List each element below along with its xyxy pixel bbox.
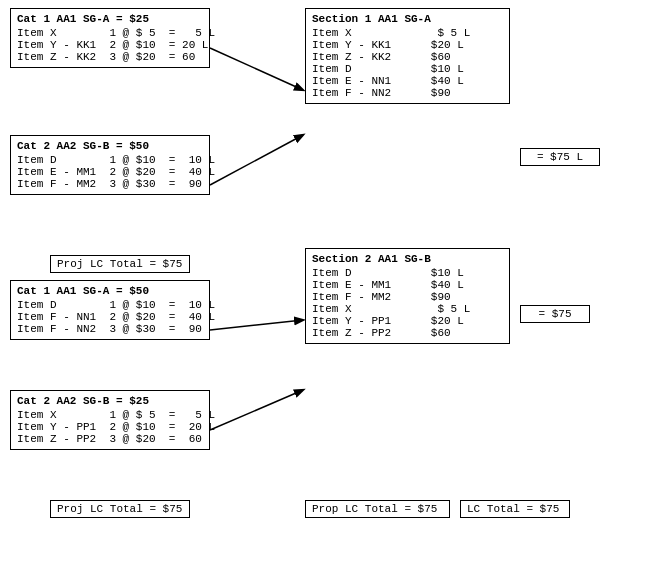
diagram: Cat 1 AA1 SG-A = $25 Item X 1 @ $ 5 = 5 … <box>0 0 663 573</box>
right-box-1-row-4: Item D $10 L <box>312 63 503 75</box>
left-box-2-row-1: Item D 1 @ $10 = 10 L <box>17 154 203 166</box>
left-box-4-row-3: Item Z - PP2 3 @ $20 = 60 <box>17 433 203 445</box>
right-box-1-row-1: Item X $ 5 L <box>312 27 503 39</box>
left-box-4-title: Cat 2 AA2 SG-B = $25 <box>17 395 203 407</box>
left-box-2-row-2: Item E - MM1 2 @ $20 = 40 L <box>17 166 203 178</box>
right-box-1: Section 1 AA1 SG-A Item X $ 5 L Item Y -… <box>305 8 510 104</box>
right-box-2: Section 2 AA1 SG-B Item D $10 L Item E -… <box>305 248 510 344</box>
right-box-1-row-6: Item F - NN2 $90 <box>312 87 503 99</box>
right-box-1-row-3: Item Z - KK2 $60 <box>312 51 503 63</box>
label-right2: = $75 <box>520 305 590 323</box>
left-box-1-title: Cat 1 AA1 SG-A = $25 <box>17 13 203 25</box>
label-right1: = $75 L <box>520 148 600 166</box>
left-box-4-row-2: Item Y - PP1 2 @ $10 = 20 L <box>17 421 203 433</box>
left-box-2: Cat 2 AA2 SG-B = $50 Item D 1 @ $10 = 10… <box>10 135 210 195</box>
right-box-2-row-5: Item Y - PP1 $20 L <box>312 315 503 327</box>
left-box-1: Cat 1 AA1 SG-A = $25 Item X 1 @ $ 5 = 5 … <box>10 8 210 68</box>
right-box-2-row-4: Item X $ 5 L <box>312 303 503 315</box>
right-box-2-row-6: Item Z - PP2 $60 <box>312 327 503 339</box>
prop-total-right: Prop LC Total = $75 <box>305 500 450 518</box>
left-box-2-title: Cat 2 AA2 SG-B = $50 <box>17 140 203 152</box>
left-box-3-row-3: Item F - NN2 3 @ $30 = 90 <box>17 323 203 335</box>
left-box-1-row-1: Item X 1 @ $ 5 = 5 L <box>17 27 203 39</box>
svg-line-1 <box>210 135 303 185</box>
right-box-2-title: Section 2 AA1 SG-B <box>312 253 503 265</box>
right-box-1-row-2: Item Y - KK1 $20 L <box>312 39 503 51</box>
right-box-2-row-1: Item D $10 L <box>312 267 503 279</box>
left-box-3-row-2: Item F - NN1 2 @ $20 = 40 L <box>17 311 203 323</box>
proj-total-left1: Proj LC Total = $75 <box>50 255 190 273</box>
lc-total-right: LC Total = $75 <box>460 500 570 518</box>
left-box-1-row-3: Item Z - KK2 3 @ $20 = 60 <box>17 51 203 63</box>
left-box-3-row-1: Item D 1 @ $10 = 10 L <box>17 299 203 311</box>
left-box-1-row-2: Item Y - KK1 2 @ $10 = 20 L <box>17 39 203 51</box>
right-box-1-row-5: Item E - NN1 $40 L <box>312 75 503 87</box>
svg-line-3 <box>210 390 303 430</box>
svg-line-2 <box>210 320 303 330</box>
proj-total-left2: Proj LC Total = $75 <box>50 500 190 518</box>
right-box-1-title: Section 1 AA1 SG-A <box>312 13 503 25</box>
right-box-2-row-3: Item F - MM2 $90 <box>312 291 503 303</box>
left-box-2-row-3: Item F - MM2 3 @ $30 = 90 <box>17 178 203 190</box>
left-box-3: Cat 1 AA1 SG-A = $50 Item D 1 @ $10 = 10… <box>10 280 210 340</box>
svg-line-0 <box>210 48 303 90</box>
right-box-2-row-2: Item E - MM1 $40 L <box>312 279 503 291</box>
left-box-4-row-1: Item X 1 @ $ 5 = 5 L <box>17 409 203 421</box>
left-box-4: Cat 2 AA2 SG-B = $25 Item X 1 @ $ 5 = 5 … <box>10 390 210 450</box>
left-box-3-title: Cat 1 AA1 SG-A = $50 <box>17 285 203 297</box>
